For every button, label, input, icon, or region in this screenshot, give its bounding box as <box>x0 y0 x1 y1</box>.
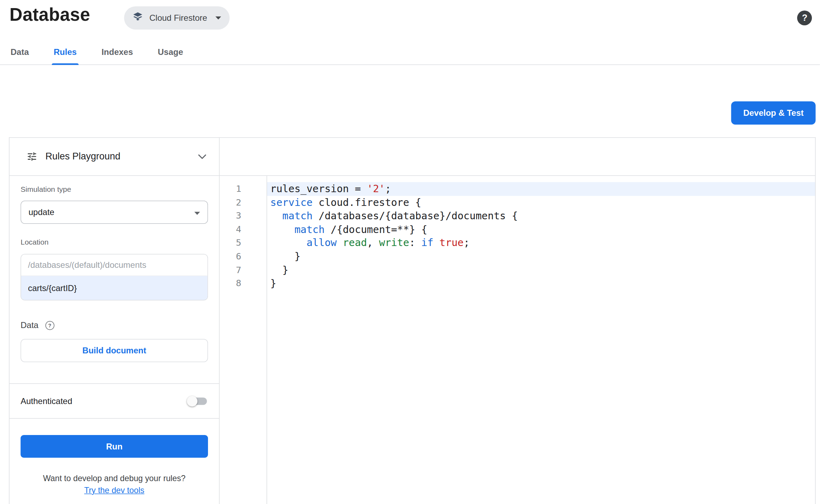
authenticated-row: Authenticated <box>10 383 219 419</box>
tab-indexes[interactable]: Indexes <box>100 40 134 64</box>
code-line[interactable]: match /{document=**} { <box>267 223 815 236</box>
actions-row: Develop & Test <box>0 65 820 138</box>
develop-test-button[interactable]: Develop & Test <box>731 101 816 125</box>
tab-rules[interactable]: Rules <box>53 40 78 64</box>
data-help-icon[interactable]: ? <box>45 321 55 330</box>
chevron-down-icon <box>216 17 222 20</box>
line-number: 3 <box>220 209 241 222</box>
product-selector[interactable]: Cloud Firestore <box>124 6 230 30</box>
dev-tools-link[interactable]: Try the dev tools <box>21 486 208 495</box>
location-prefix[interactable]: /databases/(default)/documents <box>21 254 208 276</box>
line-number: 6 <box>220 250 241 263</box>
playground-header[interactable]: Rules Playground <box>10 138 219 176</box>
location-label: Location <box>21 238 208 246</box>
page-title: Database <box>10 3 90 26</box>
location-field: /databases/(default)/documents carts/{ca… <box>21 254 208 301</box>
tune-icon <box>26 151 38 162</box>
data-section: Data ? <box>21 321 208 330</box>
line-number: 2 <box>220 196 241 209</box>
product-selector-label: Cloud Firestore <box>150 13 207 23</box>
top-bar: Database Cloud Firestore ? <box>0 0 820 40</box>
editor-body: 12345678 rules_version = '2';service clo… <box>220 176 815 504</box>
rules-card: Rules Playground Simulation type update … <box>9 137 816 504</box>
firestore-icon <box>132 11 144 25</box>
editor-gutter: 12345678 <box>220 176 267 504</box>
line-number: 5 <box>220 236 241 250</box>
toggle-knob <box>187 396 197 406</box>
data-label: Data <box>21 321 39 330</box>
simulation-type-value: update <box>29 208 54 217</box>
run-button[interactable]: Run <box>21 435 208 458</box>
line-number: 7 <box>220 263 241 277</box>
simulation-type-label: Simulation type <box>21 185 208 193</box>
code-line[interactable]: service cloud.firestore { <box>267 196 815 209</box>
code-line[interactable]: } <box>267 263 815 277</box>
code-line[interactable]: } <box>267 277 815 290</box>
build-document-button[interactable]: Build document <box>21 339 208 362</box>
tab-usage[interactable]: Usage <box>157 40 184 64</box>
select-caret-icon <box>194 208 200 217</box>
tab-data[interactable]: Data <box>10 40 30 64</box>
code-line[interactable]: match /databases/{database}/documents { <box>267 209 815 222</box>
tab-bar: DataRulesIndexesUsage <box>0 40 820 65</box>
code-line[interactable]: allow read, write: if true; <box>267 236 815 250</box>
line-number: 8 <box>220 277 241 290</box>
simulation-type-select[interactable]: update <box>21 201 208 224</box>
code-editor[interactable]: rules_version = '2';service cloud.firest… <box>267 176 815 504</box>
line-number: 1 <box>220 182 241 196</box>
code-line[interactable]: } <box>267 250 815 263</box>
authenticated-toggle[interactable] <box>187 396 208 406</box>
help-icon[interactable]: ? <box>797 11 812 25</box>
authenticated-label: Authenticated <box>21 396 72 406</box>
rules-playground-panel: Rules Playground Simulation type update … <box>10 138 220 504</box>
playground-title: Rules Playground <box>45 151 198 162</box>
playground-form: Simulation type update Location /databas… <box>10 176 219 363</box>
line-number: 4 <box>220 223 241 236</box>
editor-toolbar <box>220 138 815 176</box>
collapse-chevron-icon[interactable] <box>198 154 207 159</box>
rules-editor: 12345678 rules_version = '2';service clo… <box>220 138 815 504</box>
dev-tools-prompt: Want to develop and debug your rules? <box>21 474 208 483</box>
code-line[interactable]: rules_version = '2'; <box>267 182 815 196</box>
firestore-database-page: Database Cloud Firestore ? DataRulesInde… <box>0 0 820 504</box>
playground-footer: Run Want to develop and debug your rules… <box>10 419 219 496</box>
location-path-input[interactable]: carts/{cartID} <box>21 276 208 300</box>
